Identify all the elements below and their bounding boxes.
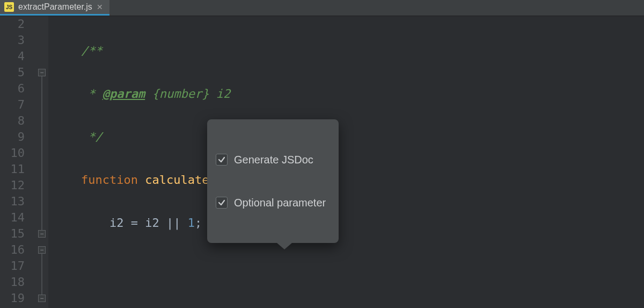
file-tab-label: extractParameter.js bbox=[18, 2, 92, 12]
fold-gutter bbox=[36, 16, 48, 308]
code-area[interactable]: /** * @param {number} i2 */ function cal… bbox=[48, 16, 644, 308]
editor-tabbar: JS extractParameter.js ✕ bbox=[0, 0, 644, 16]
checkbox-checked-icon[interactable] bbox=[216, 197, 228, 209]
code-editor[interactable]: 2345 6789 10111213 14151617 1819 /** * @… bbox=[0, 16, 644, 308]
option-generate-jsdoc[interactable]: Generate JSDoc bbox=[216, 151, 326, 169]
line-number-gutter: 2345 6789 10111213 14151617 1819 bbox=[0, 16, 36, 308]
fold-toggle[interactable] bbox=[38, 230, 46, 238]
close-icon[interactable]: ✕ bbox=[97, 3, 103, 11]
checkbox-checked-icon[interactable] bbox=[216, 154, 228, 166]
option-label: Optional parameter bbox=[234, 197, 326, 209]
option-optional-parameter[interactable]: Optional parameter bbox=[216, 194, 326, 212]
fold-toggle[interactable] bbox=[38, 246, 46, 254]
file-tab[interactable]: JS extractParameter.js ✕ bbox=[0, 0, 109, 16]
svg-text:JS: JS bbox=[6, 4, 13, 10]
option-label: Generate JSDoc bbox=[234, 154, 313, 166]
fold-toggle[interactable] bbox=[38, 69, 46, 76]
fold-toggle[interactable] bbox=[38, 295, 46, 302]
js-file-icon: JS bbox=[4, 2, 14, 12]
refactor-options-popup: Generate JSDoc Optional parameter bbox=[207, 119, 339, 243]
